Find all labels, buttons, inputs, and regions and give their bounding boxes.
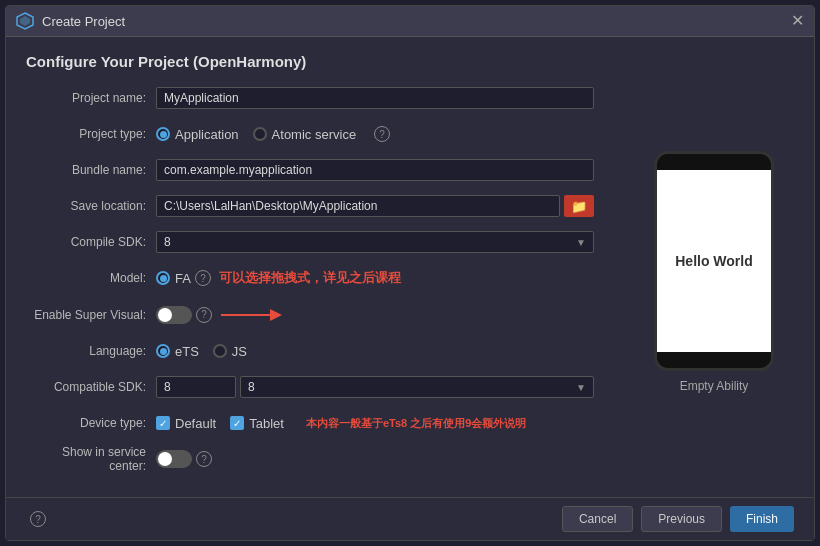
project-type-control: Application Atomic service ? [156,126,594,142]
project-type-row: Project type: Application Atomic service… [26,120,594,148]
compatible-sdk-select[interactable]: 8 9 [240,376,594,398]
svg-marker-1 [20,16,30,26]
model-help-icon[interactable]: ? [195,270,211,286]
radio-atomic[interactable]: Atomic service [253,127,357,142]
compatible-sdk-control: 8 9 [156,376,594,398]
show-service-center-row: Show in service center: ? [26,445,594,473]
checkbox-default[interactable]: ✓ Default [156,416,216,431]
super-visual-help-icon[interactable]: ? [196,307,212,323]
radio-ets[interactable]: eTS [156,344,199,359]
radio-atomic-label: Atomic service [272,127,357,142]
radio-js-circle [213,344,227,358]
dialog-body: Configure Your Project (OpenHarmony) Pro… [6,37,814,497]
device-type-row: Device type: ✓ Default ✓ Tablet 本内容一般基于e… [26,409,594,437]
checkbox-default-box: ✓ [156,416,170,430]
compile-sdk-select[interactable]: 8 9 [156,231,594,253]
super-visual-toggle[interactable] [156,306,192,324]
bundle-name-control [156,159,594,181]
compatible-sdk-label: Compatible SDK: [26,380,156,394]
project-name-row: Project name: [26,84,594,112]
project-type-help-icon[interactable]: ? [374,126,390,142]
phone-preview: Hello World [654,151,774,371]
compile-sdk-row: Compile SDK: 8 9 [26,228,594,256]
form-section: Configure Your Project (OpenHarmony) Pro… [6,37,614,497]
radio-js[interactable]: JS [213,344,247,359]
show-service-center-label: Show in service center: [26,445,156,473]
save-location-input[interactable] [156,195,560,217]
app-logo-icon [16,12,34,30]
project-name-label: Project name: [26,91,156,105]
hello-world-text: Hello World [675,253,753,269]
radio-js-label: JS [232,344,247,359]
radio-atomic-circle [253,127,267,141]
folder-browse-button[interactable]: 📁 [564,195,594,217]
language-control: eTS JS [156,344,594,359]
radio-fa-circle [156,271,170,285]
compile-sdk-control: 8 9 [156,231,594,253]
model-row: Model: FA ? 可以选择拖拽式，详见之后课程 [26,264,594,292]
radio-fa[interactable]: FA [156,271,191,286]
title-bar: Create Project ✕ [6,6,814,37]
project-type-label: Project type: [26,127,156,141]
compatible-sdk-row: Compatible SDK: 8 9 [26,373,594,401]
annotation-arrow-icon [216,300,296,330]
checkbox-default-label: Default [175,416,216,431]
enable-super-visual-control: ? [156,300,594,330]
compatible-sdk-input[interactable] [156,376,236,398]
show-service-center-help-icon[interactable]: ? [196,451,212,467]
checkbox-tablet-label: Tablet [249,416,284,431]
save-location-row: Save location: 📁 [26,192,594,220]
show-service-center-control: ? [156,450,594,468]
save-location-control: 📁 [156,195,594,217]
cancel-button[interactable]: Cancel [562,506,633,532]
radio-application[interactable]: Application [156,127,239,142]
dialog-title: Create Project [42,14,125,29]
project-name-input[interactable] [156,87,594,109]
language-row: Language: eTS JS [26,337,594,365]
checkbox-tablet[interactable]: ✓ Tablet [230,416,284,431]
preview-section: Hello World Empty Ability [614,37,814,497]
footer-help-icon[interactable]: ? [30,511,46,527]
footer: ? Cancel Previous Finish [6,497,814,540]
compatible-sdk-annotation: 本内容一般基于eTs8 之后有使用9会额外说明 [306,416,526,431]
enable-super-visual-row: Enable Super Visual: ? [26,300,594,329]
section-title: Configure Your Project (OpenHarmony) [26,53,594,70]
radio-ets-circle [156,344,170,358]
enable-super-visual-label: Enable Super Visual: [26,308,156,322]
footer-right: Cancel Previous Finish [562,506,794,532]
show-service-center-toggle[interactable] [156,450,192,468]
radio-fa-label: FA [175,271,191,286]
bundle-name-input[interactable] [156,159,594,181]
bundle-name-label: Bundle name: [26,163,156,177]
language-label: Language: [26,344,156,358]
empty-ability-label: Empty Ability [680,379,749,393]
bundle-name-row: Bundle name: [26,156,594,184]
device-type-control: ✓ Default ✓ Tablet 本内容一般基于eTs8 之后有使用9会额外… [156,416,594,431]
project-name-control [156,87,594,109]
device-type-label: Device type: [26,416,156,430]
footer-left: ? [26,511,46,527]
phone-screen: Hello World [657,170,771,352]
finish-button[interactable]: Finish [730,506,794,532]
previous-button[interactable]: Previous [641,506,722,532]
radio-application-label: Application [175,127,239,142]
save-location-label: Save location: [26,199,156,213]
model-annotation: 可以选择拖拽式，详见之后课程 [219,269,401,287]
model-control: FA ? 可以选择拖拽式，详见之后课程 [156,269,594,287]
create-project-dialog: Create Project ✕ Configure Your Project … [5,5,815,541]
radio-ets-label: eTS [175,344,199,359]
model-label: Model: [26,271,156,285]
compile-sdk-label: Compile SDK: [26,235,156,249]
close-button[interactable]: ✕ [791,13,804,29]
checkbox-tablet-box: ✓ [230,416,244,430]
radio-application-circle [156,127,170,141]
